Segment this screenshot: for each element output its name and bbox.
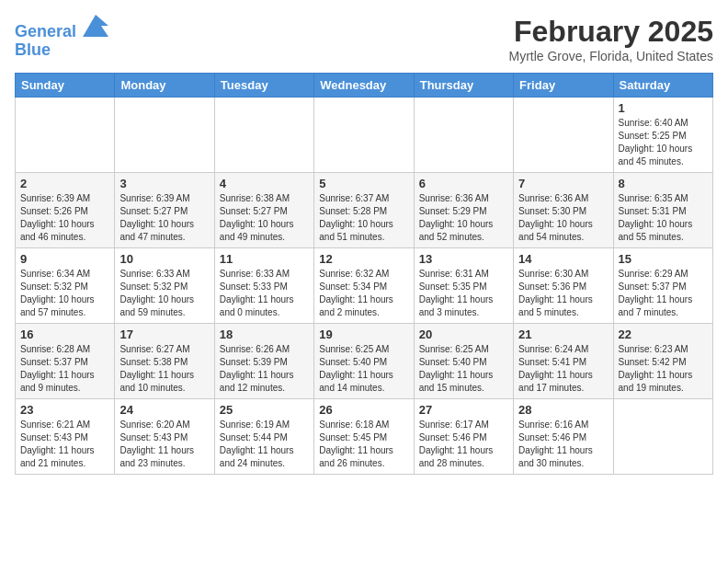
calendar-cell: 22Sunrise: 6:23 AM Sunset: 5:42 PM Dayli… <box>613 324 712 399</box>
day-info: Sunrise: 6:27 AM Sunset: 5:38 PM Dayligh… <box>119 343 209 395</box>
day-number: 27 <box>419 403 508 417</box>
calendar-cell: 19Sunrise: 6:25 AM Sunset: 5:40 PM Dayli… <box>314 324 414 399</box>
calendar-cell: 26Sunrise: 6:18 AM Sunset: 5:45 PM Dayli… <box>314 399 414 475</box>
calendar-cell: 12Sunrise: 6:32 AM Sunset: 5:34 PM Dayli… <box>314 248 414 324</box>
day-info: Sunrise: 6:24 AM Sunset: 5:41 PM Dayligh… <box>518 343 608 395</box>
day-info: Sunrise: 6:32 AM Sunset: 5:34 PM Dayligh… <box>319 268 408 319</box>
day-number: 21 <box>518 327 608 341</box>
day-number: 18 <box>220 327 309 341</box>
day-number: 4 <box>220 177 309 190</box>
calendar-cell <box>16 98 115 173</box>
day-info: Sunrise: 6:16 AM Sunset: 5:46 PM Dayligh… <box>518 419 608 470</box>
day-info: Sunrise: 6:28 AM Sunset: 5:37 PM Dayligh… <box>20 343 109 395</box>
day-number: 1 <box>619 101 708 115</box>
day-info: Sunrise: 6:33 AM Sunset: 5:33 PM Dayligh… <box>220 268 309 319</box>
day-info: Sunrise: 6:39 AM Sunset: 5:26 PM Dayligh… <box>20 192 109 244</box>
day-number: 3 <box>119 177 209 190</box>
calendar-cell: 4Sunrise: 6:38 AM Sunset: 5:27 PM Daylig… <box>214 173 313 248</box>
logo: General Blue <box>15 15 108 60</box>
location: Myrtle Grove, Florida, United States <box>508 49 713 63</box>
day-info: Sunrise: 6:21 AM Sunset: 5:43 PM Dayligh… <box>20 419 109 470</box>
calendar-cell: 27Sunrise: 6:17 AM Sunset: 5:46 PM Dayli… <box>414 399 513 475</box>
logo-line2: Blue <box>15 40 51 59</box>
day-info: Sunrise: 6:38 AM Sunset: 5:27 PM Dayligh… <box>220 192 309 244</box>
calendar-cell: 18Sunrise: 6:26 AM Sunset: 5:39 PM Dayli… <box>214 324 313 399</box>
calendar-cell: 25Sunrise: 6:19 AM Sunset: 5:44 PM Dayli… <box>214 399 313 475</box>
day-number: 6 <box>419 177 508 190</box>
week-row-4: 23Sunrise: 6:21 AM Sunset: 5:43 PM Dayli… <box>16 399 713 475</box>
day-info: Sunrise: 6:36 AM Sunset: 5:29 PM Dayligh… <box>419 192 508 244</box>
week-row-3: 16Sunrise: 6:28 AM Sunset: 5:37 PM Dayli… <box>16 324 713 399</box>
weekday-header-monday: Monday <box>115 74 214 98</box>
day-number: 2 <box>20 177 109 190</box>
calendar-cell: 16Sunrise: 6:28 AM Sunset: 5:37 PM Dayli… <box>16 324 115 399</box>
calendar-body: 1Sunrise: 6:40 AM Sunset: 5:25 PM Daylig… <box>16 98 713 475</box>
month-title: February 2025 <box>508 15 713 49</box>
weekday-header-thursday: Thursday <box>414 74 513 98</box>
day-info: Sunrise: 6:25 AM Sunset: 5:40 PM Dayligh… <box>319 343 408 395</box>
day-info: Sunrise: 6:18 AM Sunset: 5:45 PM Dayligh… <box>319 419 408 470</box>
day-number: 17 <box>119 327 209 341</box>
calendar-cell: 3Sunrise: 6:39 AM Sunset: 5:27 PM Daylig… <box>115 173 214 248</box>
weekday-header-tuesday: Tuesday <box>214 74 313 98</box>
calendar-cell: 15Sunrise: 6:29 AM Sunset: 5:37 PM Dayli… <box>613 248 712 324</box>
calendar-cell: 8Sunrise: 6:35 AM Sunset: 5:31 PM Daylig… <box>613 173 712 248</box>
calendar-cell: 11Sunrise: 6:33 AM Sunset: 5:33 PM Dayli… <box>214 248 313 324</box>
day-info: Sunrise: 6:17 AM Sunset: 5:46 PM Dayligh… <box>419 419 508 470</box>
logo-line1: General <box>15 22 76 40</box>
title-block: February 2025 Myrtle Grove, Florida, Uni… <box>508 15 713 63</box>
day-info: Sunrise: 6:40 AM Sunset: 5:25 PM Dayligh… <box>619 117 708 168</box>
day-number: 23 <box>20 403 109 417</box>
calendar-cell: 14Sunrise: 6:30 AM Sunset: 5:36 PM Dayli… <box>514 248 613 324</box>
day-number: 8 <box>619 177 708 190</box>
day-info: Sunrise: 6:25 AM Sunset: 5:40 PM Dayligh… <box>419 343 508 395</box>
calendar-cell: 17Sunrise: 6:27 AM Sunset: 5:38 PM Dayli… <box>115 324 214 399</box>
day-info: Sunrise: 6:20 AM Sunset: 5:43 PM Dayligh… <box>119 419 209 470</box>
calendar-cell: 2Sunrise: 6:39 AM Sunset: 5:26 PM Daylig… <box>16 173 115 248</box>
day-info: Sunrise: 6:29 AM Sunset: 5:37 PM Dayligh… <box>619 268 708 319</box>
page-header: General Blue February 2025 Myrtle Grove,… <box>15 15 713 63</box>
day-info: Sunrise: 6:37 AM Sunset: 5:28 PM Dayligh… <box>319 192 408 244</box>
day-number: 16 <box>20 327 109 341</box>
calendar-cell: 5Sunrise: 6:37 AM Sunset: 5:28 PM Daylig… <box>314 173 414 248</box>
day-number: 13 <box>419 252 508 266</box>
calendar-table: SundayMondayTuesdayWednesdayThursdayFrid… <box>15 73 713 475</box>
day-info: Sunrise: 6:39 AM Sunset: 5:27 PM Dayligh… <box>119 192 209 244</box>
day-number: 15 <box>619 252 708 266</box>
calendar-cell: 21Sunrise: 6:24 AM Sunset: 5:41 PM Dayli… <box>514 324 613 399</box>
calendar-cell: 1Sunrise: 6:40 AM Sunset: 5:25 PM Daylig… <box>613 98 712 173</box>
calendar-cell: 10Sunrise: 6:33 AM Sunset: 5:32 PM Dayli… <box>115 248 214 324</box>
weekday-header-saturday: Saturday <box>613 74 712 98</box>
week-row-0: 1Sunrise: 6:40 AM Sunset: 5:25 PM Daylig… <box>16 98 713 173</box>
day-number: 11 <box>220 252 309 266</box>
weekday-header-wednesday: Wednesday <box>314 74 414 98</box>
day-number: 10 <box>119 252 209 266</box>
logo-icon <box>83 15 108 37</box>
weekday-header-row: SundayMondayTuesdayWednesdayThursdayFrid… <box>16 74 713 98</box>
day-number: 26 <box>319 403 408 417</box>
day-info: Sunrise: 6:23 AM Sunset: 5:42 PM Dayligh… <box>619 343 708 395</box>
calendar-cell: 23Sunrise: 6:21 AM Sunset: 5:43 PM Dayli… <box>16 399 115 475</box>
day-info: Sunrise: 6:31 AM Sunset: 5:35 PM Dayligh… <box>419 268 508 319</box>
day-info: Sunrise: 6:33 AM Sunset: 5:32 PM Dayligh… <box>119 268 209 319</box>
logo-text: General Blue <box>15 15 108 60</box>
calendar-cell <box>314 98 414 173</box>
calendar-cell: 9Sunrise: 6:34 AM Sunset: 5:32 PM Daylig… <box>16 248 115 324</box>
calendar-cell <box>514 98 613 173</box>
calendar-cell: 24Sunrise: 6:20 AM Sunset: 5:43 PM Dayli… <box>115 399 214 475</box>
day-info: Sunrise: 6:35 AM Sunset: 5:31 PM Dayligh… <box>619 192 708 244</box>
week-row-1: 2Sunrise: 6:39 AM Sunset: 5:26 PM Daylig… <box>16 173 713 248</box>
calendar-cell <box>414 98 513 173</box>
calendar-cell: 28Sunrise: 6:16 AM Sunset: 5:46 PM Dayli… <box>514 399 613 475</box>
day-number: 7 <box>518 177 608 190</box>
day-number: 28 <box>518 403 608 417</box>
svg-marker-0 <box>83 15 108 37</box>
calendar-cell <box>613 399 712 475</box>
day-info: Sunrise: 6:19 AM Sunset: 5:44 PM Dayligh… <box>220 419 309 470</box>
day-number: 22 <box>619 327 708 341</box>
day-info: Sunrise: 6:26 AM Sunset: 5:39 PM Dayligh… <box>220 343 309 395</box>
calendar-cell: 7Sunrise: 6:36 AM Sunset: 5:30 PM Daylig… <box>514 173 613 248</box>
day-number: 20 <box>419 327 508 341</box>
calendar-cell <box>214 98 313 173</box>
calendar-cell: 6Sunrise: 6:36 AM Sunset: 5:29 PM Daylig… <box>414 173 513 248</box>
